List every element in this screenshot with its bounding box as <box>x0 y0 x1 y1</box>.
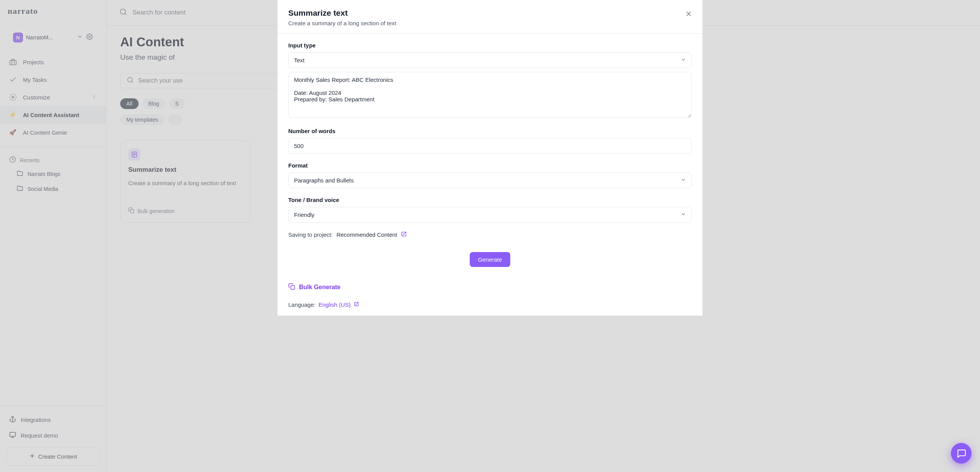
tone-value: Friendly <box>294 212 314 218</box>
chevron-down-icon <box>681 57 686 63</box>
format-label: Format <box>288 162 692 169</box>
language-value[interactable]: English (US) <box>318 301 351 308</box>
words-label: Number of words <box>288 128 692 134</box>
field-number-of-words: Number of words 500 <box>288 128 692 154</box>
modal-header: Summarize text Create a summary of a lon… <box>278 0 702 34</box>
format-select[interactable]: Paragraphs and Bullets <box>288 173 692 188</box>
tone-select[interactable]: Friendly <box>288 207 692 223</box>
chevron-down-icon <box>681 212 686 218</box>
tone-label: Tone / Brand voice <box>288 197 692 203</box>
field-input-type: Input type Text <box>288 42 692 119</box>
modal-body: Input type Text Number of words 500 Form… <box>278 34 702 316</box>
svg-rect-22 <box>291 286 295 290</box>
input-type-value: Text <box>294 57 305 63</box>
saving-project-row: Saving to project: Recommended Content <box>288 231 692 238</box>
input-type-select[interactable]: Text <box>288 52 692 68</box>
chat-bubble-button[interactable] <box>951 443 972 464</box>
words-input[interactable]: 500 <box>288 138 692 154</box>
external-link-icon[interactable] <box>401 231 407 238</box>
modal-overlay: Summarize text Create a summary of a lon… <box>0 0 980 472</box>
format-value: Paragraphs and Bullets <box>294 177 354 184</box>
modal-subtitle: Create a summary of a long section of te… <box>288 20 692 26</box>
bulk-generate-label: Bulk Generate <box>299 284 340 291</box>
copy-icon <box>288 283 295 291</box>
saving-prefix: Saving to project: <box>288 231 333 238</box>
modal-title: Summarize text <box>288 8 692 18</box>
field-tone: Tone / Brand voice Friendly <box>288 197 692 223</box>
source-text-textarea[interactable] <box>288 72 692 118</box>
language-prefix: Language: <box>288 301 315 308</box>
bulk-generate-button[interactable]: Bulk Generate <box>288 283 692 291</box>
saving-project-name: Recommended Content <box>336 231 397 238</box>
words-value: 500 <box>294 143 304 149</box>
close-button[interactable] <box>683 8 694 19</box>
chevron-down-icon <box>681 177 686 184</box>
field-format: Format Paragraphs and Bullets <box>288 162 692 188</box>
generate-row: Generate <box>288 252 692 267</box>
summarize-modal: Summarize text Create a summary of a lon… <box>278 0 702 316</box>
external-link-icon[interactable] <box>354 301 359 308</box>
chat-icon <box>956 448 966 458</box>
generate-button[interactable]: Generate <box>470 252 511 267</box>
language-row: Language: English (US) <box>288 301 692 308</box>
input-type-label: Input type <box>288 42 692 49</box>
